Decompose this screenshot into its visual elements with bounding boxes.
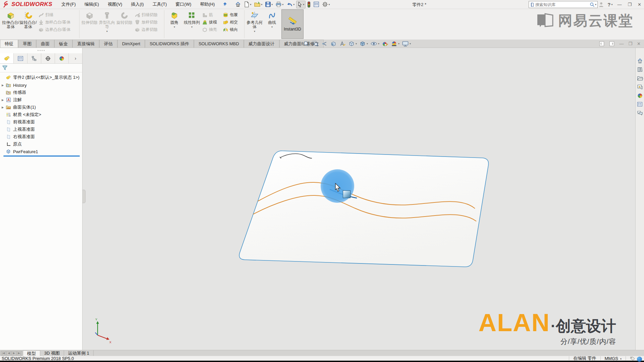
tab-displaymanager[interactable]	[55, 53, 69, 63]
tree-item-history[interactable]: ▶ History	[0, 81, 83, 89]
new-document-button[interactable]: ▾	[243, 1, 252, 8]
panel-collapse-grip[interactable]	[83, 190, 86, 203]
print-button[interactable]: ▾	[274, 1, 284, 8]
tree-item-origin[interactable]: 原点	[0, 140, 83, 148]
tab-featuremanager[interactable]	[0, 53, 14, 63]
login-user-icon[interactable]	[598, 2, 604, 7]
collapse-pane-icon[interactable]	[599, 41, 604, 46]
dropdown-icon[interactable]: ▾	[328, 3, 330, 6]
extrude-boss-button[interactable]: 拉伸凸台/基体	[2, 9, 19, 40]
dropdown-icon[interactable]: ▾	[398, 42, 399, 45]
overlay-corner-icon[interactable]	[637, 357, 642, 362]
hole-wizard-button[interactable]: 异型孔向导 ▾	[98, 9, 116, 40]
open-document-button[interactable]: ▾	[253, 1, 263, 8]
tree-item-sensors[interactable]: 传感器	[0, 89, 83, 96]
tab-features[interactable]: 特征	[0, 40, 18, 48]
tree-item-material[interactable]: 材质 <未指定>	[0, 111, 83, 118]
tree-filter-row[interactable]	[0, 64, 82, 72]
scroll-next-button[interactable]: ▶	[11, 351, 16, 356]
dropdown-icon[interactable]: ▾	[293, 3, 294, 6]
tree-root-part[interactable]: 零件2 (默认<<默认>_显示状态 1>)	[0, 74, 83, 81]
graphics-viewport[interactable]: Y X ALAN ·创意设计 分/享/优/质/内/容	[83, 48, 636, 350]
scroll-prev-button[interactable]: ◀	[6, 351, 11, 356]
swept-cut-button[interactable]: 扫描切除	[133, 11, 163, 18]
previous-view-button[interactable]	[321, 41, 328, 47]
wrap-button[interactable]: 包覆	[221, 11, 243, 18]
dropdown-icon[interactable]: ▾	[261, 3, 262, 6]
scroll-last-button[interactable]: ▶|	[17, 351, 22, 356]
select-tool-button[interactable]: ▾	[296, 1, 306, 8]
reference-geometry-button[interactable]: 参考几何体 ▾	[246, 9, 263, 40]
tree-item-annotations[interactable]: ▶ 注解	[0, 96, 83, 104]
doc-restore-button[interactable]: ❐	[628, 41, 632, 46]
dropdown-icon[interactable]: ▾	[410, 42, 411, 45]
tab-configurationmanager[interactable]	[28, 53, 41, 63]
rebuild-button[interactable]	[306, 1, 312, 8]
task-pane-appearances-tab[interactable]	[636, 91, 644, 100]
task-pane-file-explorer-tab[interactable]	[636, 74, 644, 82]
tab-surfaces[interactable]: 曲面	[36, 40, 54, 48]
status-tag-icon[interactable]	[630, 356, 635, 361]
tab-dimxpertmanager[interactable]	[41, 53, 55, 63]
undo-button[interactable]: ▾	[285, 1, 296, 8]
lofted-cut-button[interactable]: 放样切除	[133, 18, 163, 26]
search-box[interactable]: ▾	[529, 1, 598, 8]
file-properties-button[interactable]	[312, 1, 320, 8]
draft-button[interactable]: 拔模	[201, 18, 221, 26]
loft-boss-button[interactable]: 放样凸台/基体	[37, 18, 78, 26]
tab-sketch[interactable]: 草图	[18, 40, 36, 48]
boundary-cut-button[interactable]: 边界切除	[133, 26, 163, 33]
annotation-view-button[interactable]	[339, 41, 346, 47]
menu-window[interactable]: 窗口(W)	[171, 0, 196, 9]
task-pane-design-library-tab[interactable]	[636, 65, 644, 74]
revolved-cut-button[interactable]: 旋转切除	[116, 9, 133, 40]
expand-icon[interactable]: ▶	[0, 99, 5, 102]
tab-model[interactable]: 模型	[23, 350, 40, 356]
panel-splitter-grip[interactable]	[0, 48, 82, 53]
zoom-fit-button[interactable]	[303, 41, 310, 47]
tab-sw-mbd[interactable]: SOLIDWORKS MBD	[194, 40, 244, 48]
doc-minimize-button[interactable]: —	[619, 41, 624, 46]
tree-item-surface-bodies[interactable]: ▶ 曲面实体(1)	[0, 104, 83, 111]
revolve-boss-button[interactable]: 旋转凸台/基体	[19, 9, 37, 40]
tab-sw-addins[interactable]: SOLIDWORKS 插件	[145, 40, 194, 48]
tree-item-front-plane[interactable]: 前视基准面	[0, 118, 83, 126]
menu-help[interactable]: 帮助(H)	[196, 0, 219, 9]
tab-3d-views[interactable]: 3D 视图	[40, 350, 64, 356]
dropdown-icon[interactable]: ▾	[191, 25, 193, 28]
pin-menu-icon[interactable]	[221, 1, 228, 8]
panel-more-arrow[interactable]: ›	[69, 53, 82, 63]
instant3d-button[interactable]: Instant3D	[281, 9, 304, 39]
expand-pane-icon[interactable]	[609, 41, 614, 46]
edit-appearance-button[interactable]	[382, 41, 388, 47]
save-button[interactable]: ▾	[264, 1, 274, 8]
close-button[interactable]: ✕	[636, 2, 643, 7]
tab-sheet-metal[interactable]: 钣金	[54, 40, 72, 48]
intersect-button[interactable]: 相交	[221, 18, 243, 26]
curves-button[interactable]: 曲线 ▾	[263, 9, 281, 40]
scroll-first-button[interactable]: |◀	[1, 351, 6, 356]
search-dropdown-icon[interactable]: ▾	[595, 3, 596, 6]
dropdown-icon[interactable]: ▾	[303, 3, 304, 6]
drag-handle-square[interactable]	[343, 190, 351, 198]
dropdown-icon[interactable]: ▾	[250, 3, 251, 6]
view-settings-button[interactable]: ▾	[402, 41, 411, 47]
menu-insert[interactable]: 插入(I)	[126, 0, 148, 9]
apply-scene-button[interactable]: ▾	[391, 41, 399, 47]
dropdown-icon[interactable]: ▾	[378, 42, 379, 45]
extruded-cut-button[interactable]: 拉伸切除	[81, 9, 98, 40]
linear-pattern-button[interactable]: 线性阵列 ▾	[183, 9, 201, 40]
task-pane-view-palette-tab[interactable]	[636, 82, 644, 91]
expand-icon[interactable]: ▶	[0, 106, 5, 109]
tab-powersurfacing[interactable]: 威力曲面设计	[244, 40, 279, 48]
minimize-button[interactable]: —	[616, 2, 623, 7]
tab-propertymanager[interactable]	[14, 53, 28, 63]
help-button[interactable]: ? ▾	[607, 2, 612, 7]
dropdown-icon[interactable]: ▾	[254, 30, 255, 33]
tab-direct-editing[interactable]: 直接编辑	[72, 40, 99, 48]
dropdown-icon[interactable]: ▾	[174, 25, 175, 28]
task-pane-forum-tab[interactable]	[636, 109, 644, 117]
zoom-area-button[interactable]	[312, 41, 319, 47]
menu-file[interactable]: 文件(F)	[57, 0, 80, 9]
section-view-button[interactable]	[330, 41, 337, 47]
